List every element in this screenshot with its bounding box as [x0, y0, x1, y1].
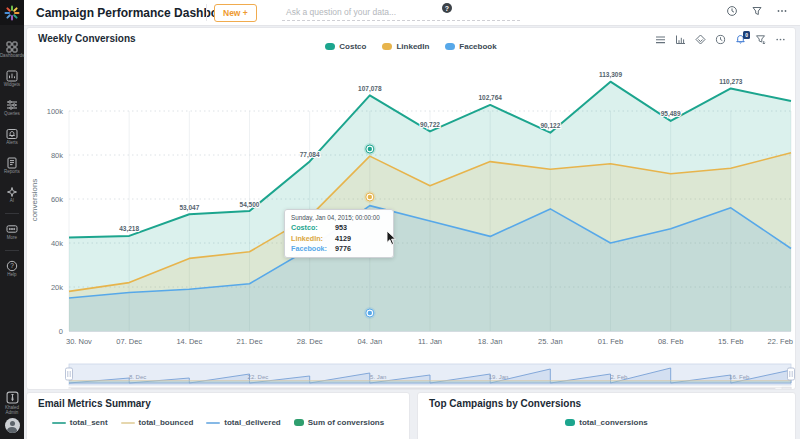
sidebar-item-label: Queries: [4, 112, 20, 117]
navigator-date-label: 22. Dec: [248, 374, 269, 380]
selected-point-marker[interactable]: [368, 147, 372, 151]
data-label: 53,047: [179, 204, 199, 212]
x-tick-label: 15. Feb: [718, 337, 743, 346]
topbar: Campaign Performance Dashboard ▾ New + A…: [24, 0, 800, 26]
data-label: 43,218: [119, 225, 139, 233]
sisense-logo-icon[interactable]: [0, 0, 24, 25]
navigator-handle[interactable]: [788, 368, 795, 380]
y-tick-label: 80k: [51, 151, 63, 160]
sidebar-divider: [5, 213, 19, 214]
user-label: Khaled Admin: [1, 406, 23, 416]
reports-document-icon: [6, 157, 18, 169]
sum-conversions-swatch: [294, 419, 304, 426]
sidebar-item-label: More: [7, 236, 17, 241]
x-tick-label: 21. Dec: [237, 337, 263, 346]
legend-item-sum-of-conversions[interactable]: Sum of conversions: [294, 418, 384, 427]
navigator-handle[interactable]: [66, 368, 73, 380]
sidebar-item-label: Dashboards: [0, 54, 24, 59]
email-metrics-legend: total_sent total_bounced total_delivered…: [27, 418, 409, 427]
sidebar-divider: [5, 250, 19, 251]
selected-point-marker[interactable]: [368, 311, 372, 315]
sidebar-item-dashboards[interactable]: Dashboards: [0, 37, 24, 63]
tooltip-row: Costco: 953: [291, 223, 387, 232]
y-tick-label: 40k: [51, 239, 63, 248]
legend-item-total-bounced[interactable]: total_bounced: [121, 418, 194, 427]
widget-title: Top Campaigns by Conversions: [429, 398, 581, 409]
scrollbar-thumb[interactable]: [70, 388, 776, 389]
tooltip-row: Facebook: 9776: [291, 244, 387, 253]
history-icon[interactable]: [726, 5, 738, 17]
scrollbar-button[interactable]: [782, 387, 791, 389]
chart-legend: Costco LinkedIn Facebook: [27, 42, 795, 51]
queries-sliders-icon: [6, 99, 18, 111]
help-icon[interactable]: ?: [442, 3, 452, 13]
data-label: 90,122: [540, 122, 560, 130]
legend-item-total-delivered[interactable]: total_delivered: [206, 418, 280, 427]
navigator-date-label: 19. Jan: [489, 374, 509, 380]
sidebar-item-alerts[interactable]: Alerts: [0, 124, 24, 150]
legend-item-total-conversions[interactable]: total_conversions: [565, 418, 647, 427]
navigator-date-label: 8. Dec: [129, 374, 146, 380]
filter-icon[interactable]: [751, 5, 763, 17]
x-tick-label: 07. Dec: [116, 337, 142, 346]
x-tick-label: 14. Dec: [176, 337, 202, 346]
data-label: 77,084: [300, 151, 320, 159]
ask-data-search-input[interactable]: Ask a question of your data...: [282, 3, 520, 21]
data-label: 102,764: [478, 94, 502, 102]
weekly-conversions-chart[interactable]: 020k40k60k80k100k43,21853,04754,50077,08…: [27, 28, 795, 389]
x-tick-label: 25. Jan: [538, 337, 563, 346]
svg-text:?: ?: [10, 262, 14, 269]
x-tick-label: 30. Nov: [66, 337, 92, 346]
legend-item-costco[interactable]: Costco: [325, 42, 366, 51]
ai-sparkle-icon: [6, 186, 18, 198]
total-delivered-swatch: [206, 422, 220, 424]
facebook-swatch: [445, 43, 455, 50]
legend-item-facebook[interactable]: Facebook: [445, 42, 496, 51]
legend-item-linkedin[interactable]: LinkedIn: [382, 42, 429, 51]
top-campaigns-widget: Top Campaigns by Conversions total_conve…: [417, 392, 796, 439]
top-campaigns-legend: total_conversions: [418, 418, 795, 427]
left-sidebar: Dashboards Widgets Queries Alerts: [0, 0, 24, 439]
navigator-date-label: 5. Jan: [370, 374, 386, 380]
weekly-conversions-widget: Weekly Conversions 0: [26, 27, 796, 390]
new-button[interactable]: New +: [214, 4, 257, 22]
data-label: 107,078: [358, 85, 382, 93]
selected-point-marker[interactable]: [368, 195, 372, 199]
sidebar-item-label: Alerts: [6, 141, 18, 146]
legend-item-total-sent[interactable]: total_sent: [52, 418, 108, 427]
costco-swatch: [325, 43, 335, 50]
data-label: 113,309: [599, 71, 623, 79]
x-tick-label: 01. Feb: [598, 337, 623, 346]
mouse-cursor: [386, 230, 398, 246]
more-ellipsis-icon: [6, 223, 18, 235]
y-tick-label: 20k: [51, 283, 63, 292]
total-conversions-swatch: [565, 419, 575, 426]
total-sent-swatch: [52, 422, 66, 424]
more-icon[interactable]: [776, 5, 788, 17]
logo-starburst-icon: [4, 5, 20, 21]
sidebar-item-ai[interactable]: AI: [0, 182, 24, 208]
user-tie-icon[interactable]: [6, 391, 19, 404]
data-label: 110,273: [719, 78, 743, 86]
sidebar-item-widgets[interactable]: Widgets: [0, 66, 24, 92]
help-question-icon: ?: [6, 260, 18, 272]
sidebar-item-reports[interactable]: Reports: [0, 153, 24, 179]
sidebar-item-label: Widgets: [4, 83, 20, 88]
widget-title: Email Metrics Summary: [38, 398, 151, 409]
user-avatar[interactable]: [5, 418, 20, 433]
y-tick-label: 100k: [47, 107, 64, 116]
widgets-chart-icon: [6, 70, 18, 82]
navigator-date-label: 2. Feb: [610, 374, 628, 380]
x-tick-label: 28. Dec: [297, 337, 323, 346]
sidebar-item-queries[interactable]: Queries: [0, 95, 24, 121]
data-label: 54,500: [240, 201, 260, 209]
sidebar-item-help[interactable]: ? Help: [0, 256, 24, 282]
y-tick-label: 60k: [51, 195, 63, 204]
x-tick-label: 11. Jan: [418, 337, 442, 346]
x-tick-label: 04. Jan: [358, 337, 383, 346]
sidebar-item-label: AI: [10, 199, 14, 204]
sidebar-item-more[interactable]: More: [0, 219, 24, 245]
sidebar-item-label: Reports: [4, 170, 20, 175]
data-label: 90,722: [420, 121, 440, 129]
x-tick-label: 18. Jan: [478, 337, 503, 346]
